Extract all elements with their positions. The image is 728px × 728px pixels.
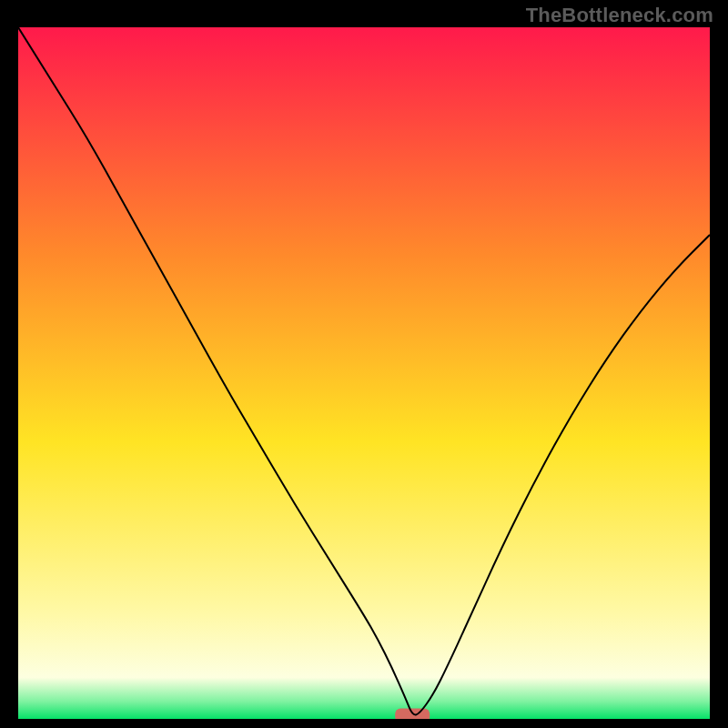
chart-container: TheBottleneck.com bbox=[0, 0, 728, 728]
watermark-text: TheBottleneck.com bbox=[526, 4, 713, 27]
plot-area bbox=[18, 27, 710, 719]
bottleneck-chart bbox=[18, 27, 710, 719]
